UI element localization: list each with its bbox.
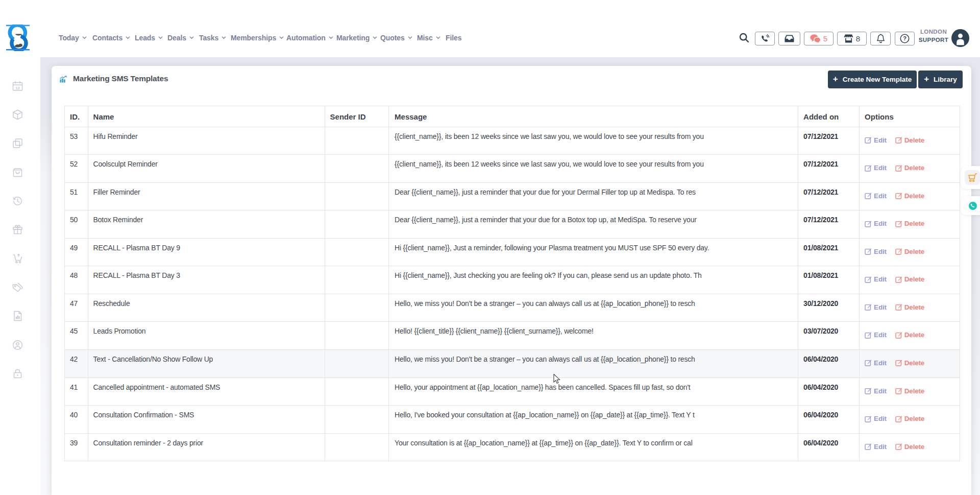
svg-text:12: 12	[15, 85, 19, 90]
svg-text:?: ?	[903, 35, 906, 41]
